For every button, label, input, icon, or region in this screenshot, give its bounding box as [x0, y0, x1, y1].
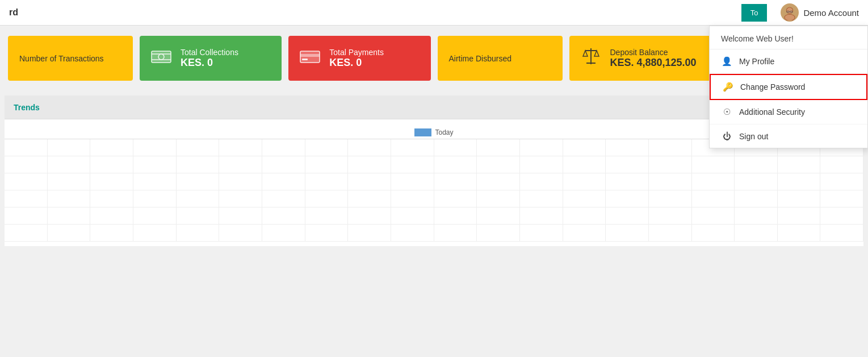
grid-cell [348, 190, 391, 207]
grid-cell [90, 156, 133, 173]
grid-cell [90, 207, 133, 225]
grid-cell [649, 139, 692, 156]
grid-cell [735, 225, 778, 242]
svg-rect-13 [302, 59, 308, 60]
grid-cell [177, 156, 220, 173]
grid-cell [48, 225, 91, 242]
grid-cell [305, 139, 349, 156]
card-airtime-label: Airtime Disbursed [449, 54, 511, 63]
grid-cell [391, 207, 434, 225]
grid-cell [262, 139, 305, 156]
grid-row [5, 207, 863, 225]
grid-cell [5, 207, 48, 225]
key-icon: 🔑 [722, 82, 733, 92]
card-payments-info: Total Payments KES. 0 [329, 48, 384, 69]
grid-cell [778, 207, 821, 225]
grid-cell [348, 207, 391, 225]
grid-cell [820, 225, 863, 242]
legend-box [414, 128, 431, 136]
topbar: rd To Demo Account Welcome Web User! 👤 M… [0, 0, 868, 26]
card-payments-label: Total Payments [329, 48, 384, 57]
grid-cell [391, 156, 434, 173]
svg-point-3 [785, 15, 795, 21]
grid-cell [5, 190, 48, 207]
grid-row [5, 173, 863, 190]
grid-cell [348, 173, 391, 190]
grid-cell [649, 190, 692, 207]
shield-icon: ☉ [721, 107, 732, 117]
grid-cell [391, 139, 434, 156]
card-collections-info: Total Collections KES. 0 [181, 48, 238, 69]
deposit-icon [581, 46, 601, 70]
grid-cell [5, 173, 48, 190]
demo-account-button[interactable]: Demo Account [771, 0, 868, 25]
grid-cell [477, 225, 520, 242]
dropdown-my-profile[interactable]: 👤 My Profile [710, 49, 867, 74]
grid-cell [177, 207, 220, 225]
dropdown-welcome: Welcome Web User! [710, 26, 867, 49]
grid-cell [305, 190, 349, 207]
grid-cell [692, 207, 735, 225]
grid-cell [649, 173, 692, 190]
grid-cell [606, 173, 649, 190]
grid-cell [520, 225, 563, 242]
grid-cell [520, 156, 563, 173]
grid-row [5, 156, 863, 173]
topbar-left: rd [0, 7, 741, 18]
dropdown-additional-security[interactable]: ☉ Additional Security [710, 100, 867, 124]
grid-cell [649, 156, 692, 173]
grid-cell [735, 190, 778, 207]
card-deposit-label: Deposit Balance [610, 48, 697, 57]
card-payments: Total Payments KES. 0 [288, 36, 430, 81]
dropdown-sign-out[interactable]: ⏻ Sign out [710, 124, 867, 148]
top-strip-partial: To [741, 4, 768, 22]
grid-cell [735, 156, 778, 173]
grid-cell [90, 225, 133, 242]
grid-cell [649, 207, 692, 225]
card-collections-label: Total Collections [181, 48, 238, 57]
grid-cell [219, 139, 262, 156]
grid-cell [219, 190, 262, 207]
grid-cell [692, 156, 735, 173]
card-airtime: Airtime Disbursed [438, 36, 563, 81]
grid-cell [5, 225, 48, 242]
grid-cell [5, 156, 48, 173]
avatar [781, 3, 799, 22]
avatar-icon [782, 5, 798, 20]
grid-cell [434, 207, 477, 225]
grid-cell [477, 173, 520, 190]
grid-cell [133, 139, 177, 156]
grid-cell [692, 190, 735, 207]
grid-cell [305, 156, 349, 173]
grid-cell [133, 173, 177, 190]
grid-cell [563, 225, 606, 242]
chart-grid [5, 139, 863, 242]
grid-cell [735, 207, 778, 225]
grid-cell [434, 139, 477, 156]
grid-cell [133, 207, 177, 225]
grid-cell [219, 207, 262, 225]
grid-cell [520, 173, 563, 190]
grid-cell [520, 190, 563, 207]
grid-row [5, 225, 863, 242]
grid-cell [348, 225, 391, 242]
grid-cell [477, 207, 520, 225]
grid-cell [5, 139, 48, 156]
grid-cell [391, 225, 434, 242]
rd-label: rd [9, 7, 18, 17]
collections-icon [151, 48, 171, 68]
grid-cell [520, 207, 563, 225]
grid-cell [606, 225, 649, 242]
card-transactions-label: Number of Transactions [19, 54, 104, 63]
grid-cell [735, 173, 778, 190]
svg-rect-12 [300, 54, 320, 57]
grid-cell [434, 225, 477, 242]
card-transactions-info: Number of Transactions [19, 54, 104, 63]
grid-cell [692, 225, 735, 242]
grid-cell [262, 225, 305, 242]
dropdown-change-password[interactable]: 🔑 Change Password [710, 74, 867, 100]
card-transactions: Number of Transactions [8, 36, 133, 81]
grid-cell [305, 225, 349, 242]
grid-cell [219, 156, 262, 173]
demo-account-label: Demo Account [803, 8, 859, 18]
